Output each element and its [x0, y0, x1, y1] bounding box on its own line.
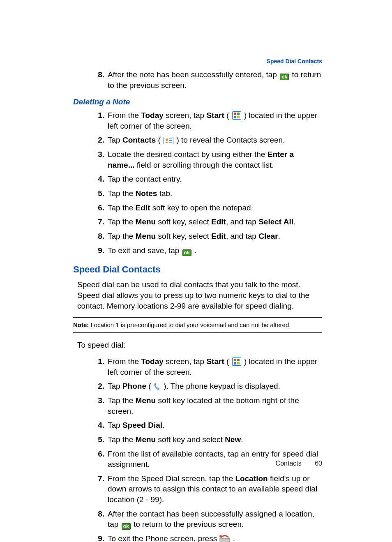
deleting-steps-list: From the Today screen, tap Start ( ) loc…: [73, 110, 322, 256]
text: .: [293, 217, 295, 226]
text: screen, tap: [164, 357, 207, 366]
heading-speed-dial-contacts: Speed Dial Contacts: [73, 263, 322, 276]
bold-text: Menu: [136, 435, 156, 444]
bold-text: Edit: [211, 217, 226, 226]
speed-step-1: From the Today screen, tap Start ( ) loc…: [108, 356, 322, 377]
text: Tap the: [108, 435, 136, 444]
deleting-step-7: Tap the Menu soft key, select Edit, and …: [108, 217, 322, 227]
text: field or scrolling through the contact l…: [134, 161, 274, 169]
text: soft key and select: [156, 435, 225, 444]
svg-rect-9: [234, 359, 236, 361]
text: Tap the contact entry.: [108, 175, 182, 183]
bold-text: Notes: [136, 189, 157, 198]
text: , and tap: [226, 217, 258, 226]
heading-deleting-a-note: Deleting a Note: [73, 97, 322, 107]
text: (: [224, 111, 231, 120]
svg-point-5: [166, 138, 168, 141]
svg-rect-3: [237, 116, 240, 118]
svg-rect-10: [237, 359, 240, 361]
end-call-key-icon: [219, 534, 231, 542]
bold-text: Edit: [136, 203, 150, 212]
text: .: [278, 232, 280, 240]
text: From the Speed Dial screen, tap the: [108, 474, 235, 483]
speed-step-4: Tap Speed Dial.: [108, 420, 322, 431]
speed-dial-steps-list: From the Today screen, tap Start ( ) loc…: [73, 356, 322, 542]
speed-step-5: Tap the Menu soft key and select New.: [108, 434, 322, 445]
ok-icon: ok: [182, 249, 191, 256]
text: Tap: [108, 136, 122, 144]
text: From the: [108, 111, 141, 120]
contacts-icon: [164, 137, 173, 144]
text: .: [231, 534, 235, 542]
bold-text: Today: [141, 111, 164, 120]
text: From the: [108, 357, 141, 366]
footer-section: Contacts: [276, 460, 302, 467]
text: ) to reveal the Contacts screen.: [174, 136, 285, 144]
text: To exit the Phone screen, press: [108, 534, 219, 542]
deleting-step-3: Locate the desired contact by using eith…: [108, 149, 322, 170]
text: Tap the: [108, 189, 136, 198]
speed-step-7: From the Speed Dial screen, tap the Loca…: [108, 473, 322, 505]
footer-page-number: 60: [315, 460, 322, 467]
text: , and tap: [226, 232, 258, 240]
text: Tap: [108, 382, 122, 390]
bold-text: Speed Dial: [122, 421, 162, 429]
start-icon: [232, 111, 241, 120]
text: soft key, select: [156, 217, 211, 226]
note-box: Note: Location 1 is pre-configured to di…: [73, 317, 322, 333]
text: After the note has been successfully ent…: [108, 70, 279, 79]
text: Locate the desired contact by using eith…: [108, 150, 267, 159]
speed-step-8: After the contact has been successfully …: [108, 509, 322, 530]
bold-text: Today: [141, 357, 164, 366]
page-footer: Contacts 60: [276, 459, 322, 468]
svg-rect-2: [234, 116, 236, 118]
text: Tap the: [108, 203, 136, 212]
bold-text: Phone: [122, 382, 146, 390]
bold-text: Contacts: [122, 136, 156, 144]
svg-rect-12: [237, 362, 240, 364]
text: (: [156, 136, 163, 144]
deleting-step-9: To exit and save, tap ok .: [108, 245, 322, 256]
note-text: Location 1 is pre-configured to dial you…: [89, 321, 291, 328]
text: .: [162, 421, 164, 429]
deleting-step-4: Tap the contact entry.: [108, 174, 322, 185]
text: .: [192, 246, 197, 255]
text: ). The phone keypad is displayed.: [161, 382, 280, 390]
start-icon: [232, 357, 241, 366]
bold-text: Start: [206, 111, 224, 120]
text: soft key to open the notepad.: [150, 203, 253, 212]
text: .: [241, 435, 243, 444]
text: screen, tap: [164, 111, 207, 120]
bold-text: Clear: [258, 232, 278, 240]
speed-step-3: Tap the Menu soft key located at the bot…: [108, 395, 322, 416]
bold-text: New: [225, 435, 241, 444]
bold-text: Select All: [258, 217, 293, 226]
text: tab.: [157, 189, 172, 198]
speed-dial-lead: To speed dial:: [77, 340, 322, 351]
text: Tap the: [108, 232, 136, 240]
text: Tap the: [108, 396, 136, 405]
deleting-step-2: Tap Contacts ( ) to reveal the Contacts …: [108, 135, 322, 145]
bold-text: Location: [235, 474, 268, 483]
step-8-enter-note: After the note has been successfully ent…: [108, 69, 322, 91]
bold-text: Menu: [136, 217, 156, 226]
svg-rect-1: [237, 113, 240, 115]
note-label: Note:: [73, 321, 89, 328]
text: Tap: [108, 421, 122, 429]
bold-text: Menu: [136, 232, 156, 240]
running-header: Speed Dial Contacts: [73, 58, 322, 65]
text: (: [224, 357, 231, 366]
text: (: [146, 382, 153, 390]
text: soft key, select: [156, 232, 211, 240]
speed-step-2: Tap Phone ( ). The phone keypad is displ…: [108, 381, 322, 392]
ok-icon: ok: [280, 74, 289, 80]
bold-text: Start: [206, 357, 224, 366]
bold-text: Menu: [136, 396, 156, 405]
text: To exit and save, tap: [108, 246, 182, 255]
deleting-step-5: Tap the Notes tab.: [108, 188, 322, 199]
svg-rect-11: [234, 362, 236, 364]
text: to return to the previous screen.: [131, 520, 244, 528]
svg-rect-0: [234, 113, 236, 115]
bold-text: Edit: [211, 232, 226, 240]
continuation-list: After the note has been successfully ent…: [73, 69, 322, 91]
